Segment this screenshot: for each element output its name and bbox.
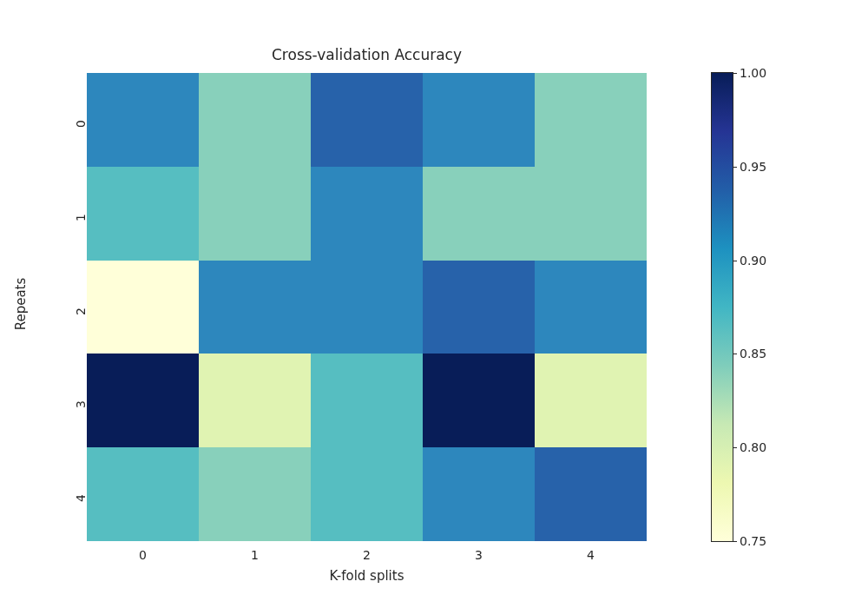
colorbar-tick — [733, 167, 737, 168]
colorbar-tick — [733, 73, 737, 74]
heatmap-cell — [199, 447, 311, 541]
x-tick-label: 2 — [311, 548, 423, 562]
heatmap-cell — [535, 354, 647, 447]
colorbar-tick-label: 0.75 — [740, 534, 766, 548]
heatmap-cell — [311, 354, 423, 447]
heatmap-cell — [535, 261, 647, 354]
heatmap-cell — [87, 447, 199, 541]
colorbar-tick-label: 0.80 — [740, 440, 766, 454]
y-tick-label: 1 — [74, 214, 88, 244]
heatmap-cell — [311, 261, 423, 354]
y-tick-label: 0 — [74, 120, 88, 150]
heatmap-cell — [311, 73, 423, 167]
colorbar-tick-label: 1.00 — [740, 66, 766, 80]
y-tick-label: 4 — [74, 494, 88, 525]
heatmap-cell — [199, 261, 311, 354]
colorbar-tick-label: 0.90 — [740, 254, 766, 268]
heatmap — [87, 73, 647, 541]
x-tick-label: 1 — [199, 548, 311, 562]
figure: Cross-validation Accuracy Repeats 0 1 2 … — [0, 0, 868, 608]
heatmap-cell — [423, 261, 535, 354]
heatmap-cell — [87, 261, 199, 354]
heatmap-cell — [87, 73, 199, 167]
heatmap-cell — [87, 354, 199, 447]
heatmap-cell — [199, 354, 311, 447]
colorbar-tick-label: 0.95 — [740, 160, 766, 174]
heatmap-cell — [423, 354, 535, 447]
y-axis-label: Repeats — [13, 278, 29, 331]
x-tick-label: 0 — [87, 548, 199, 562]
heatmap-cell — [311, 167, 423, 261]
colorbar-gradient — [712, 73, 733, 541]
colorbar — [712, 73, 733, 541]
chart-title: Cross-validation Accuracy — [87, 46, 647, 63]
x-axis-label: K-fold splits — [87, 568, 647, 584]
y-tick-label: 3 — [74, 400, 88, 431]
colorbar-tick-label: 0.85 — [740, 347, 766, 360]
heatmap-cell — [199, 73, 311, 167]
heatmap-cell — [87, 167, 199, 261]
heatmap-cell — [535, 167, 647, 261]
y-tick-label: 2 — [74, 307, 88, 338]
heatmap-cell — [535, 447, 647, 541]
heatmap-cell — [535, 73, 647, 167]
heatmap-cell — [423, 167, 535, 261]
heatmap-cell — [199, 167, 311, 261]
heatmap-cell — [311, 447, 423, 541]
colorbar-tick — [733, 447, 737, 448]
colorbar-tick — [733, 354, 737, 354]
heatmap-cell — [423, 73, 535, 167]
x-tick-label: 4 — [535, 548, 647, 562]
colorbar-tick — [733, 541, 737, 542]
colorbar-tick — [733, 261, 737, 261]
x-tick-label: 3 — [423, 548, 535, 562]
heatmap-cell — [423, 447, 535, 541]
